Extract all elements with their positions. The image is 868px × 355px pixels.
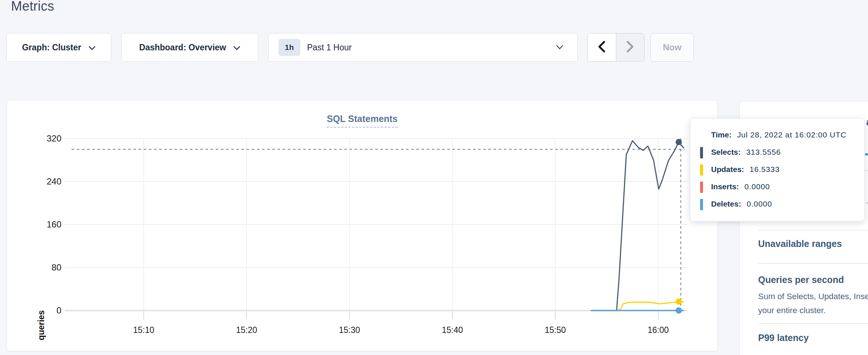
divider <box>758 263 868 264</box>
summary-item-description-line: Sum of Selects, Updates, Inser <box>758 290 868 304</box>
graph-dropdown[interactable]: Graph: Cluster <box>6 33 111 62</box>
dashboard-dropdown-label: Dashboard: Overview <box>139 43 226 53</box>
time-range-label: Past 1 Hour <box>307 43 352 53</box>
tooltip-series-row: Deletes: 0.0000 <box>691 195 864 212</box>
tooltip-series-row: Inserts: 0.0000 <box>691 178 864 195</box>
time-range-badge: 1h <box>279 39 300 56</box>
tooltip-time-value: Jul 28, 2022 at 16:02:00 UTC <box>737 130 847 139</box>
summary-item-unavailable-ranges: Unavailable ranges <box>758 238 842 249</box>
summary-item-description-line: your entire cluster. <box>758 304 826 318</box>
tooltip-series-label: Selects: <box>711 148 741 157</box>
selects-swatch-icon <box>700 147 703 158</box>
summary-item-p99-latency: P99 latency <box>758 332 809 343</box>
deletes-swatch-icon <box>700 199 703 210</box>
page-title: Metrics <box>11 0 54 14</box>
chart-title-row: SQL Statements <box>7 114 717 128</box>
time-range-picker[interactable]: 1h Past 1 Hour <box>268 33 578 62</box>
tooltip-series-label: Inserts: <box>711 182 739 191</box>
divider <box>758 230 868 230</box>
tooltip-time-row: Time: Jul 28, 2022 at 16:02:00 UTC <box>691 126 864 143</box>
tooltip-series-label: Updates: <box>711 165 744 174</box>
clipped-legend-fragment <box>865 153 868 155</box>
chevron-right-icon <box>626 41 634 54</box>
swatch-spacer <box>700 131 711 139</box>
sql-statements-card: SQL Statements queries <box>7 100 718 351</box>
chart-title[interactable]: SQL Statements <box>327 114 398 128</box>
y-axis-label: queries <box>36 310 46 340</box>
clipped-text-fragment <box>866 202 868 204</box>
tooltip-series-value: 0.0000 <box>747 200 772 208</box>
tooltip-series-value: 313.5556 <box>746 148 781 157</box>
chevron-down-icon <box>89 43 96 53</box>
next-timespan-button[interactable] <box>616 33 645 61</box>
tooltip-series-label: Deletes: <box>711 200 741 208</box>
clipped-title-fragment: a <box>866 117 868 128</box>
time-pager <box>587 33 645 62</box>
metrics-page: Metrics Graph: Cluster Dashboard: Overvi… <box>0 0 868 355</box>
dashboard-dropdown[interactable]: Dashboard: Overview <box>121 33 258 62</box>
tooltip-series-row: Updates: 16.5333 <box>691 161 864 178</box>
chart-hover-tooltip: Time: Jul 28, 2022 at 16:02:00 UTC Selec… <box>690 118 865 221</box>
previous-timespan-button[interactable] <box>588 33 616 61</box>
tooltip-series-row: Selects: 313.5556 <box>691 143 864 161</box>
chevron-down-icon <box>556 44 563 51</box>
graph-dropdown-label: Graph: Cluster <box>22 43 81 53</box>
chevron-left-icon <box>598 41 606 54</box>
inserts-swatch-icon <box>700 182 703 193</box>
summary-item-queries-per-second: Queries per second <box>758 274 844 285</box>
updates-swatch-icon <box>700 164 703 176</box>
tooltip-time-label: Time: <box>711 130 732 139</box>
tooltip-series-value: 0.0000 <box>745 182 770 191</box>
divider <box>758 323 868 324</box>
now-button[interactable]: Now <box>650 33 694 62</box>
tooltip-series-value: 16.5333 <box>750 165 780 174</box>
chevron-down-icon <box>233 43 240 53</box>
